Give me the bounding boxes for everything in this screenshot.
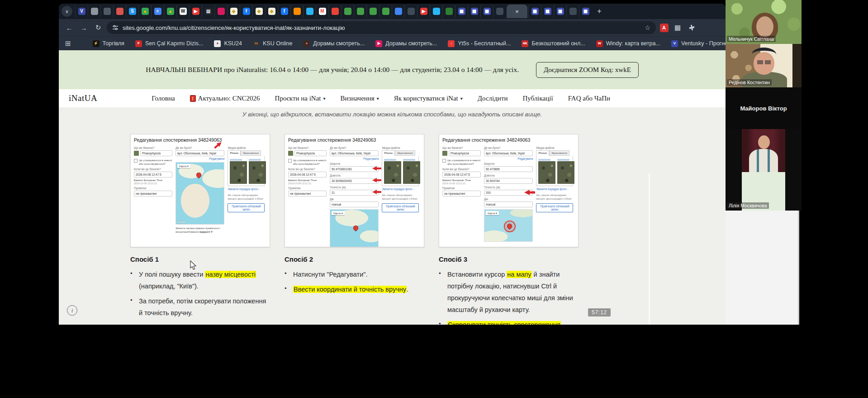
browser-tab[interactable] [366, 5, 379, 18]
nav-item[interactable]: Головна [152, 95, 175, 102]
nav-item[interactable]: Як користуватися iNat ▾ [394, 95, 463, 102]
browser-tab[interactable]: W [176, 5, 189, 18]
tab-favicon-icon: W [180, 8, 187, 15]
browser-tab[interactable] [328, 5, 341, 18]
browser-tab[interactable]: ▦ [480, 5, 493, 18]
tab-favicon-icon: ▶ [192, 8, 199, 15]
bookmark-item[interactable]: ● Дорамы смотреть... [303, 40, 365, 47]
nav-item[interactable]: Проєкти на iNat ▾ [275, 95, 326, 102]
nav-item[interactable]: FAQ або ЧаПи [568, 95, 610, 102]
field-label: Довгота [484, 174, 533, 177]
browser-tab[interactable]: ▦ [455, 5, 468, 18]
browser-tab[interactable]: S [126, 5, 138, 18]
tab-favicon-icon [104, 8, 111, 15]
browser-tab[interactable]: V [75, 5, 88, 18]
apps-grid-icon[interactable]: ⊞ [65, 39, 71, 48]
nav-item[interactable]: ! Актуально: CNC2026 [190, 95, 260, 102]
nav-item[interactable]: Дослідити [478, 95, 508, 102]
bookmark-label: Дорамы смотреть... [313, 40, 365, 47]
browser-tab[interactable] [379, 5, 392, 18]
browser-tab[interactable]: ▶ [417, 5, 430, 18]
browser-tab[interactable] [341, 5, 354, 18]
bookmark-item[interactable]: ↓ Yt5s - Бесплатный... [448, 40, 511, 47]
site-logo[interactable]: iNatUA [69, 93, 97, 103]
browser-tab[interactable]: ▦ [541, 5, 554, 18]
nav-item[interactable]: Публікації [522, 95, 553, 102]
join-zoom-button[interactable]: Доєднатися ZOOM Код: xwkE [536, 62, 639, 78]
browser-tab[interactable] [566, 5, 579, 18]
bookmark-item[interactable]: W Windy: карта ветра... [596, 40, 660, 47]
browser-tab[interactable] [392, 5, 404, 18]
bookmark-star-icon[interactable]: ☆ [645, 24, 650, 31]
browser-tab[interactable] [303, 5, 316, 18]
browser-tab[interactable] [442, 5, 455, 18]
bookmark-item[interactable]: ● KSU24 [214, 40, 242, 47]
browser-tab[interactable] [214, 5, 227, 18]
address-bar[interactable]: sites.google.com/knu.ua/citizenscience/я… [107, 21, 656, 34]
browser-tab[interactable] [493, 5, 506, 18]
screenshot-panel-1: Редагування спостереження 348249063 Що в… [130, 134, 270, 247]
browser-tab[interactable] [100, 5, 113, 18]
browser-tab[interactable]: ▲ [138, 5, 151, 18]
bookmark-item[interactable]: 4K Безкоштовний онл... [522, 40, 585, 47]
bookmark-favicon-icon: ▶ [375, 40, 382, 47]
participant-video[interactable]: Редінов Костянтин [726, 44, 802, 87]
privacy-value: відкриті ▾ [199, 230, 213, 233]
participant-camera-off[interactable]: Майоров Віктор [726, 87, 802, 129]
screenshot-title: Редагування спостереження 348249063 [134, 137, 266, 143]
browser-tab[interactable]: M [316, 5, 328, 18]
browser-tab[interactable]: ◆ [265, 5, 278, 18]
method-title: Спосіб 3 [439, 255, 579, 263]
browser-tab[interactable]: ◆ [252, 5, 265, 18]
new-tab-button[interactable]: + [593, 5, 605, 17]
bookmark-item[interactable]: ⚡ Торгівля [93, 40, 124, 47]
bookmark-favicon-icon: F [135, 40, 142, 47]
participant-video[interactable]: Лілія Москвичова [726, 129, 802, 211]
browser-tab[interactable] [430, 5, 442, 18]
qr-code-icon[interactable]: ▦ [672, 22, 683, 33]
close-icon[interactable]: × [515, 8, 519, 15]
forward-button[interactable]: → [78, 22, 90, 34]
extensions-puzzle-icon[interactable] [686, 22, 697, 33]
browser-tab[interactable]: ▦ [528, 5, 541, 18]
bookmark-item[interactable]: ▶ Дорамы смотреть... [375, 40, 437, 47]
browser-tab[interactable]: ◆ [227, 5, 240, 18]
bookmark-item[interactable]: F Sen Çal Kapımı Dizis... [135, 40, 204, 47]
page-scrollbar[interactable] [649, 173, 650, 325]
field-label: Дж. [484, 197, 533, 201]
tab-search-button[interactable]: ∨ [62, 6, 72, 17]
bookmark-label: Yt5s - Бесплатный... [458, 40, 511, 47]
reload-button[interactable]: ↻ [92, 22, 104, 34]
info-button[interactable]: i [67, 305, 77, 316]
bookmark-item[interactable]: V Ventusky - Прогноз... [671, 40, 726, 47]
browser-tab[interactable]: f [278, 5, 290, 18]
tab-favicon-icon: f [281, 8, 288, 15]
browser-tab[interactable]: ▦ [579, 5, 592, 18]
participant-video[interactable]: Мельничук Світлана [726, 0, 802, 44]
checkbox [288, 159, 292, 163]
map-city: Карта ▾ [484, 209, 533, 242]
active-tab[interactable]: × [507, 5, 527, 18]
browser-tab[interactable]: ▦ [468, 5, 480, 18]
bookmarks-bar: ⊞ ⚡ Торгівля F Sen Çal Kapımı Dizis... ●… [59, 36, 726, 50]
browser-tab[interactable]: ▲ [164, 5, 176, 18]
nav-items: Головна ! Актуально: CNC2026 Проєкти на … [152, 95, 610, 102]
species-thumb [288, 151, 293, 156]
browser-tab[interactable]: ▤ [202, 5, 214, 18]
browser-tab[interactable] [88, 5, 100, 18]
browser-tab[interactable]: ≡ [151, 5, 164, 18]
nav-item[interactable]: Визначення ▾ [341, 95, 379, 102]
browser-tab[interactable] [354, 5, 366, 18]
bookmark-item[interactable]: in KSU Online [253, 40, 292, 47]
adobe-acrobat-extension-icon[interactable]: A [659, 22, 669, 33]
browser-tab[interactable] [404, 5, 417, 18]
video-timestamp: 57:12 [588, 308, 611, 316]
browser-tab[interactable] [290, 5, 303, 18]
browser-tab[interactable]: ▦ [554, 5, 566, 18]
back-button[interactable]: ← [63, 22, 75, 34]
site-settings-icon[interactable] [112, 24, 119, 31]
browser-tab[interactable] [113, 5, 126, 18]
browser-tab[interactable]: f [240, 5, 252, 18]
map-type-button: Карта ▾ [486, 211, 499, 215]
browser-tab[interactable]: ▶ [189, 5, 202, 18]
